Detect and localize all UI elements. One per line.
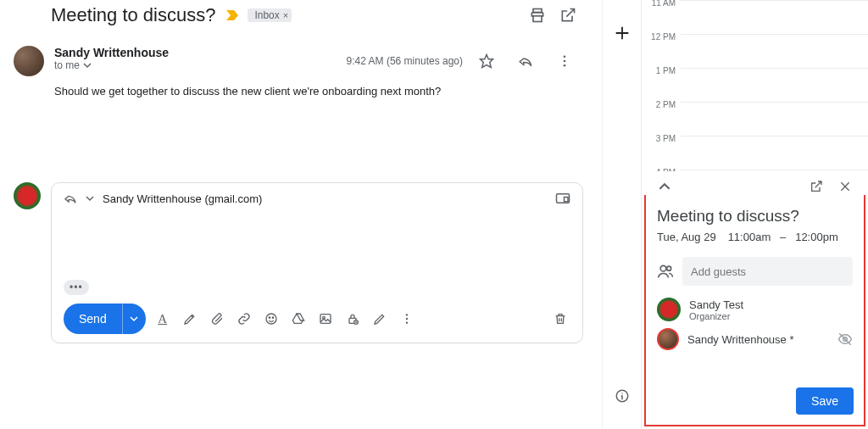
guest-item[interactable]: Sandy Writtenhouse *	[657, 328, 853, 350]
details-info-icon[interactable]	[615, 388, 630, 404]
confidential-mode-icon[interactable]	[342, 309, 363, 329]
sender-name: Sandy Writtenhouse	[54, 46, 347, 59]
save-event-button[interactable]: Save	[796, 387, 854, 415]
guest-visibility-icon[interactable]	[837, 332, 853, 347]
insert-photo-icon[interactable]	[315, 309, 336, 329]
more-button[interactable]	[549, 46, 580, 76]
guest-name: Sandy Writtenhouse *	[687, 333, 794, 346]
insert-emoji-icon[interactable]	[261, 309, 281, 329]
event-date: Tue, Aug 29	[657, 231, 716, 243]
label-chip-text: Inbox	[254, 9, 279, 21]
svg-rect-11	[320, 315, 331, 324]
message-meta: Sandy Writtenhouse to me	[54, 46, 347, 76]
add-guests-input[interactable]	[682, 257, 853, 286]
sender-avatar[interactable]	[14, 46, 44, 76]
attach-file-icon[interactable]	[207, 309, 227, 329]
add-to-tasks-button[interactable]	[613, 24, 632, 42]
svg-point-9	[269, 317, 270, 318]
event-title[interactable]: Meeting to discuss?	[657, 207, 853, 226]
email-pane: Meeting to discuss? Inbox × Sandy Writte…	[0, 0, 602, 429]
insert-drive-icon[interactable]	[288, 309, 309, 329]
hour-label: 1 PM	[642, 66, 681, 75]
event-toolbar	[653, 175, 857, 198]
my-avatar[interactable]	[14, 182, 41, 209]
event-time-separator: –	[780, 231, 786, 243]
reply-type-icon[interactable]	[64, 192, 77, 205]
format-text-icon[interactable]: A	[153, 309, 173, 329]
open-in-new-button[interactable]	[553, 0, 583, 31]
svg-rect-1	[533, 16, 542, 22]
hour-line	[681, 170, 868, 170]
show-trimmed-button[interactable]: •••	[64, 280, 89, 295]
reply-card: Sandy Writtenhouse (gmail.com) ••• Send …	[51, 182, 583, 343]
svg-point-4	[564, 60, 566, 63]
subject-row: Meeting to discuss? Inbox ×	[14, 0, 583, 39]
reply-type-dropdown-icon[interactable]	[86, 194, 94, 203]
svg-point-19	[660, 265, 666, 271]
message-timestamp: 9:42 AM (56 minutes ago)	[347, 55, 463, 67]
hour-line	[681, 0, 868, 1]
hour-label: 3 PM	[642, 134, 681, 143]
svg-marker-2	[481, 55, 493, 68]
hour-label: 12 PM	[642, 32, 681, 42]
side-divider	[602, 0, 641, 429]
guest-role: Organizer	[689, 311, 743, 321]
svg-point-3	[564, 55, 566, 58]
close-event-icon[interactable]	[833, 175, 857, 198]
discard-draft-button[interactable]	[550, 309, 570, 329]
reply-body-editable[interactable]	[64, 205, 570, 279]
message-actions: 9:42 AM (56 minutes ago)	[347, 46, 580, 76]
hour-line	[681, 34, 868, 35]
open-event-in-new-icon[interactable]	[804, 175, 828, 198]
event-datetime[interactable]: Tue, Aug 29 11:00am – 12:00pm	[657, 231, 853, 243]
to-line[interactable]: to me	[54, 59, 347, 71]
message-header: Sandy Writtenhouse to me 9:42 AM (56 min…	[14, 39, 583, 80]
guests-icon	[657, 263, 674, 280]
calendar-side-panel: 11 AM 12 PM 1 PM 2 PM 3 PM 4 PM Meeting …	[641, 0, 868, 429]
reply-section: Sandy Writtenhouse (gmail.com) ••• Send …	[14, 182, 583, 354]
svg-point-20	[667, 266, 671, 270]
send-options-button[interactable]	[122, 304, 146, 334]
guests-row	[657, 257, 853, 286]
svg-point-8	[266, 314, 276, 324]
message-body: Should we get together to discuss the ne…	[14, 80, 583, 98]
label-chip-inbox[interactable]: Inbox ×	[248, 8, 292, 22]
popout-reply-icon[interactable]	[555, 192, 570, 204]
hour-line	[681, 68, 868, 69]
to-line-text: to me	[54, 59, 80, 71]
svg-point-17	[406, 321, 408, 323]
svg-point-5	[564, 64, 566, 67]
reply-toolbar: Send A	[64, 295, 570, 334]
svg-point-16	[406, 318, 408, 320]
svg-point-15	[406, 314, 408, 315]
insert-link-icon[interactable]	[234, 309, 254, 329]
hour-line	[681, 136, 868, 136]
star-button[interactable]	[471, 46, 502, 76]
send-button[interactable]: Send	[64, 304, 122, 334]
collapse-event-icon[interactable]	[653, 175, 676, 198]
event-start-time: 11:00am	[728, 231, 771, 243]
hour-line	[681, 102, 868, 103]
guest-avatar	[657, 298, 681, 321]
event-edit-card: Meeting to discuss? Tue, Aug 29 11:00am …	[644, 195, 865, 426]
guest-avatar	[657, 328, 679, 350]
hour-label: 11 AM	[642, 0, 681, 8]
hour-label: 2 PM	[642, 100, 681, 109]
svg-point-10	[272, 317, 273, 318]
reply-recipient[interactable]: Sandy Writtenhouse (gmail.com)	[103, 192, 262, 205]
email-subject: Meeting to discuss?	[51, 4, 215, 26]
event-end-time: 12:00pm	[795, 231, 838, 243]
more-options-icon[interactable]	[397, 309, 417, 329]
guest-name: Sandy Test	[689, 298, 743, 311]
print-button[interactable]	[522, 0, 553, 31]
label-chip-remove-icon[interactable]: ×	[283, 10, 288, 20]
chevron-down-icon	[83, 61, 92, 70]
important-marker-icon[interactable]	[225, 9, 239, 21]
help-me-write-icon[interactable]	[180, 309, 200, 329]
reply-button[interactable]	[510, 46, 541, 76]
reply-header: Sandy Writtenhouse (gmail.com)	[64, 192, 570, 205]
guest-item-organizer[interactable]: Sandy Test Organizer	[657, 298, 853, 321]
svg-rect-7	[565, 198, 569, 202]
signature-icon[interactable]	[370, 309, 390, 329]
